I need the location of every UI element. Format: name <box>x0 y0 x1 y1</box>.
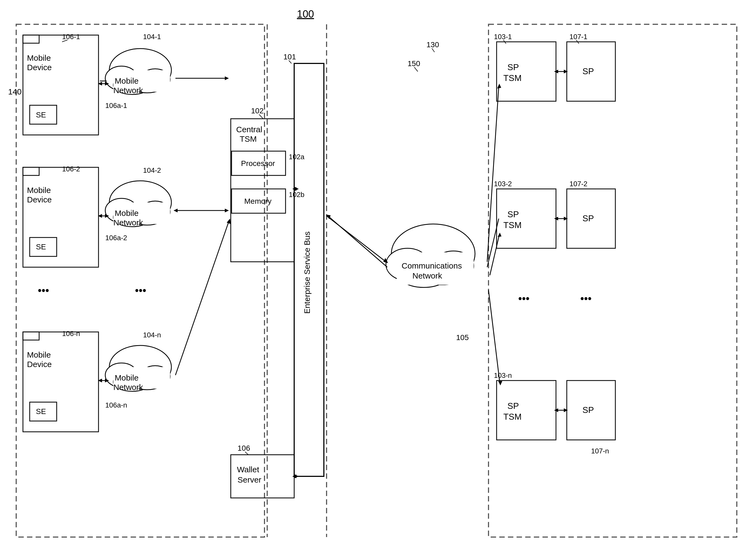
ref-106a-n: 106a-n <box>105 401 127 409</box>
mobile-device-label-2b: Device <box>27 195 52 204</box>
svg-text:Network: Network <box>412 271 442 280</box>
arr-tsm-esb-right <box>295 187 299 191</box>
arr-comm-sptsmn <box>498 381 502 385</box>
esb-label: Enterprise Service Bus <box>302 231 312 314</box>
ref-102a: 102a <box>289 153 304 161</box>
left-group-ref: 140 <box>8 87 22 96</box>
central-tsm-label: Central <box>236 125 262 134</box>
svg-text:Network: Network <box>113 383 143 392</box>
arr-right-sp2 <box>564 217 568 220</box>
svg-text:Network: Network <box>113 86 143 95</box>
svg-rect-1 <box>23 35 39 43</box>
dots-2: ••• <box>135 284 146 296</box>
ref-104-n: 104-n <box>143 331 161 339</box>
mobile-network-cloud-1: Mobile Network <box>105 48 171 95</box>
se-label-1: SE <box>36 111 46 119</box>
ref-106a-1: 106a-1 <box>105 101 127 109</box>
ref-103-1: 103-1 <box>494 33 512 41</box>
dots-right-1: ••• <box>518 293 530 304</box>
dots-1: ••• <box>38 284 49 296</box>
arr-right-sp1 <box>564 69 568 74</box>
ref-106a-2: 106a-2 <box>105 234 127 242</box>
mobile-device-label-1b: Device <box>27 63 52 72</box>
diagram-container: 100 140 Mobile Device SE 106-1 104-1 Mob… <box>0 0 753 560</box>
ref-103-n: 103-n <box>494 371 512 379</box>
se-label-2: SE <box>36 243 46 251</box>
memory-label: Memory <box>244 197 272 205</box>
sp-tsm-label-1b: TSM <box>503 73 522 83</box>
dots-right-2: ••• <box>580 293 592 304</box>
mobile-device-box-2 <box>23 167 99 267</box>
ref-102b: 102b <box>289 191 304 199</box>
mobile-device-label-n: Mobile <box>27 350 51 359</box>
conn-comm-sptsmn <box>489 290 500 383</box>
ref-107-n: 107-n <box>591 447 609 455</box>
wallet-server-label: Wallet <box>237 465 259 474</box>
svg-rect-11 <box>23 167 39 175</box>
mobile-device-label-2: Mobile <box>27 186 51 195</box>
ref-150: 150 <box>408 59 420 68</box>
arr-right-spn <box>564 408 568 412</box>
mobile-device-label-1: Mobile <box>27 54 51 62</box>
sp-label-2: SP <box>582 214 594 223</box>
sp-label-n: SP <box>582 405 594 415</box>
ref-107-1: 107-1 <box>570 33 588 41</box>
ref-104-2: 104-2 <box>143 166 161 174</box>
arrow-network1-central <box>225 76 229 80</box>
sp-tsm-label-2b: TSM <box>503 220 522 230</box>
ref-101: 101 <box>283 53 296 61</box>
svg-rect-20 <box>23 332 39 340</box>
svg-line-30 <box>259 115 263 119</box>
ref-102: 102 <box>251 106 264 115</box>
ref-130: 130 <box>427 40 439 49</box>
mobile-device-box-1 <box>23 35 99 135</box>
conn-comm-sptsm2 <box>490 235 499 275</box>
sp-label-1: SP <box>582 66 594 76</box>
svg-text:Mobile: Mobile <box>115 76 138 85</box>
ref-106-1: 106-1 <box>62 33 80 41</box>
ref-107-2: 107-2 <box>570 180 588 188</box>
wallet-server-label2: Server <box>238 475 261 484</box>
mobile-device-label-nb: Device <box>27 360 52 369</box>
arr-wallet-right <box>295 475 299 478</box>
arrow-right-net2 <box>225 208 229 213</box>
central-tsm-label2: TSM <box>240 134 257 143</box>
svg-text:Network: Network <box>113 218 143 227</box>
svg-line-32 <box>432 48 435 52</box>
conn-networkn-central <box>175 221 229 375</box>
processor-label: Processor <box>241 159 275 167</box>
se-label-n: SE <box>36 407 46 416</box>
svg-text:Mobile: Mobile <box>115 373 138 382</box>
ref-103-2: 103-2 <box>494 180 512 188</box>
sp-tsm-box-n <box>497 381 556 440</box>
ref-105: 105 <box>456 333 469 342</box>
arrow-left-net2 <box>174 208 178 213</box>
ref-wallet: 106 <box>238 444 250 452</box>
comm-network-cloud: Communications Network <box>386 224 475 287</box>
diagram-title: 100 <box>297 8 314 20</box>
ref-106-n: 106-n <box>62 329 80 338</box>
svg-text:Communications: Communications <box>402 261 462 270</box>
mobile-device-box-n <box>23 332 99 432</box>
ref-104-1: 104-1 <box>143 33 161 41</box>
svg-text:Mobile: Mobile <box>115 208 138 218</box>
conn-comm-esb-return <box>328 216 387 267</box>
ref-106-2: 106-2 <box>62 165 80 173</box>
mobile-network-cloud-n: Mobile Network <box>105 345 171 392</box>
sp-tsm-box-1 <box>497 42 556 101</box>
svg-line-33 <box>414 67 418 72</box>
sp-tsm-label-2: SP <box>508 209 519 219</box>
arrow-networkn-central <box>227 219 231 224</box>
sp-tsm-label-1: SP <box>508 62 519 72</box>
sp-tsm-box-2 <box>497 189 556 248</box>
sp-tsm-label-nb: TSM <box>503 412 522 422</box>
mobile-network-cloud-2: Mobile Network <box>105 181 171 227</box>
left-group-box <box>16 24 264 537</box>
arr-comm-sptsm1 <box>497 84 501 88</box>
sp-tsm-label-n: SP <box>508 401 519 411</box>
arr-comm-sptsm2 <box>498 233 501 237</box>
